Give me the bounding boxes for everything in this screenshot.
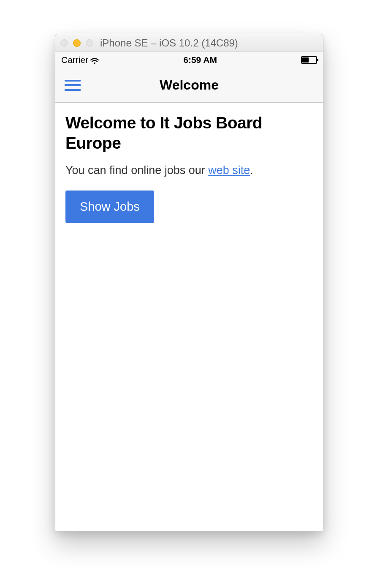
menu-icon[interactable]	[65, 80, 81, 91]
intro-prefix: You can find online jobs our	[65, 164, 208, 177]
battery-icon	[301, 56, 317, 64]
intro-suffix: .	[250, 164, 253, 177]
window-title: iPhone SE – iOS 10.2 (14C89)	[93, 37, 318, 49]
show-jobs-button[interactable]: Show Jobs	[65, 191, 154, 223]
status-time: 6:59 AM	[183, 55, 217, 65]
status-left: Carrier	[61, 55, 99, 65]
content-area: Welcome to It Jobs Board Europe You can …	[55, 103, 323, 531]
carrier-label: Carrier	[61, 55, 88, 65]
window-controls	[60, 39, 93, 47]
ios-navbar: Welcome	[55, 68, 323, 103]
website-link[interactable]: web site	[208, 164, 250, 177]
intro-text: You can find online jobs our web site.	[65, 164, 313, 177]
ios-status-bar: Carrier 6:59 AM	[55, 52, 323, 68]
zoom-window-button[interactable]	[86, 39, 93, 47]
page-heading: Welcome to It Jobs Board Europe	[65, 113, 313, 154]
wifi-icon	[90, 57, 99, 63]
status-right	[301, 56, 317, 64]
mac-titlebar: iPhone SE – iOS 10.2 (14C89)	[55, 34, 323, 52]
navbar-title: Welcome	[55, 77, 323, 93]
simulator-window: iPhone SE – iOS 10.2 (14C89) Carrier 6:5…	[55, 34, 323, 531]
close-window-button[interactable]	[60, 39, 68, 47]
battery-fill	[302, 57, 309, 63]
minimize-window-button[interactable]	[73, 39, 81, 47]
